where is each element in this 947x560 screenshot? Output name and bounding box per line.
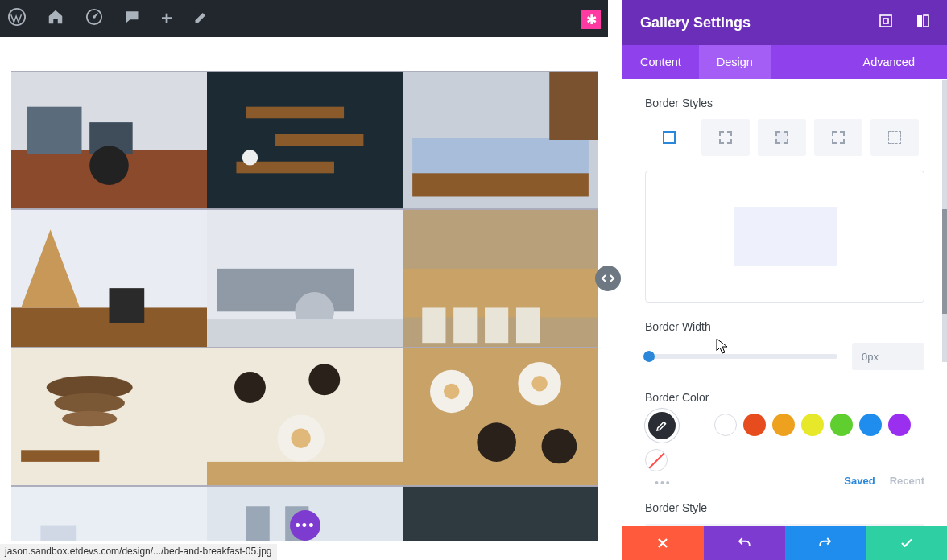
gallery-image[interactable] — [403, 71, 598, 209]
dashboard-icon[interactable] — [85, 8, 103, 30]
color-picker-swatch[interactable] — [645, 409, 679, 443]
swatch-none[interactable] — [645, 449, 668, 471]
gallery-image[interactable] — [207, 348, 403, 486]
svg-rect-56 — [883, 19, 888, 23]
editor-viewport: + ✱ ••• jason.sandbox.etdevs.com/design/… — [0, 0, 608, 560]
gallery-image[interactable] — [11, 348, 207, 486]
svg-point-45 — [531, 376, 547, 391]
svg-point-32 — [54, 393, 124, 413]
gallery-grid — [11, 71, 599, 541]
scrollbar-thumb[interactable] — [942, 209, 947, 314]
svg-rect-14 — [412, 138, 589, 178]
gallery-image[interactable] — [11, 209, 207, 348]
undo-button[interactable] — [704, 526, 785, 560]
svg-point-39 — [291, 429, 310, 448]
gallery-image[interactable] — [11, 486, 207, 541]
svg-rect-29 — [516, 307, 540, 343]
svg-point-36 — [234, 372, 266, 403]
label-border-styles: Border Styles — [645, 97, 924, 109]
panel-body: Border Styles Border Width 0px Border Co… — [622, 79, 947, 560]
svg-rect-23 — [207, 319, 403, 347]
swatch-purple[interactable] — [888, 414, 911, 436]
settings-panel: Gallery Settings Content Design Advanced… — [622, 0, 947, 560]
svg-rect-55 — [880, 15, 891, 27]
svg-rect-41 — [403, 348, 598, 485]
tab-advanced[interactable]: Advanced — [846, 45, 933, 79]
svg-rect-52 — [246, 506, 270, 541]
browser-status-bar: jason.sandbox.etdevs.com/design/.../bed-… — [0, 544, 277, 560]
gallery-image[interactable] — [11, 71, 207, 209]
svg-rect-5 — [27, 107, 81, 154]
gallery-image[interactable] — [403, 348, 598, 486]
svg-rect-9 — [246, 107, 345, 119]
swatch-white[interactable] — [714, 414, 737, 436]
svg-point-37 — [308, 364, 340, 395]
gallery-image[interactable] — [207, 209, 403, 348]
svg-rect-16 — [549, 72, 598, 140]
settings-footer — [622, 526, 947, 560]
swatch-green[interactable] — [830, 414, 853, 436]
swatch-row — [645, 414, 924, 471]
border-style-all[interactable] — [645, 119, 693, 156]
swatch-orange[interactable] — [772, 414, 795, 436]
gallery-image[interactable] — [403, 209, 598, 348]
wordpress-icon[interactable] — [8, 8, 26, 30]
svg-point-12 — [242, 150, 258, 165]
border-width-value[interactable]: 0px — [852, 343, 924, 370]
settings-tabs: Content Design Advanced — [622, 45, 947, 79]
svg-rect-27 — [453, 307, 477, 343]
panel-title: Gallery Settings — [640, 14, 751, 31]
svg-point-2 — [93, 15, 96, 19]
module-actions-fab[interactable]: ••• — [290, 510, 320, 541]
svg-point-46 — [477, 422, 516, 462]
palette-saved[interactable]: Saved — [844, 475, 875, 487]
svg-point-7 — [89, 146, 129, 185]
swatch-red[interactable] — [743, 414, 766, 436]
svg-point-47 — [542, 429, 577, 464]
border-preview-inner — [734, 207, 837, 266]
wp-admin-bar: + — [0, 0, 608, 37]
svg-point-33 — [62, 411, 117, 426]
home-icon[interactable] — [47, 8, 64, 30]
gallery-image[interactable] — [403, 486, 598, 541]
slider-thumb[interactable] — [643, 351, 655, 362]
label-border-width: Border Width — [645, 320, 924, 333]
border-styles-row — [645, 119, 924, 156]
svg-rect-57 — [917, 15, 922, 27]
border-style-bottom[interactable] — [814, 119, 862, 156]
swatch-blue[interactable] — [859, 414, 882, 436]
palette-recent[interactable]: Recent — [890, 475, 924, 487]
panel-header: Gallery Settings — [622, 0, 947, 45]
swatch-yellow[interactable] — [801, 414, 824, 436]
svg-rect-28 — [485, 307, 508, 343]
svg-rect-19 — [110, 288, 145, 323]
svg-rect-10 — [275, 134, 363, 146]
svg-rect-34 — [21, 450, 99, 462]
divi-badge-icon[interactable]: ✱ — [581, 10, 601, 29]
pencil-icon[interactable] — [193, 9, 209, 29]
svg-rect-54 — [403, 487, 598, 541]
comment-icon[interactable] — [124, 9, 140, 29]
expand-icon[interactable] — [879, 14, 892, 31]
panel-scrollbar[interactable] — [942, 80, 947, 362]
svg-rect-26 — [422, 307, 445, 343]
cancel-button[interactable] — [622, 526, 704, 560]
border-style-right[interactable] — [758, 119, 806, 156]
svg-point-43 — [444, 384, 459, 399]
gallery-image[interactable] — [207, 71, 403, 209]
redo-button[interactable] — [785, 526, 866, 560]
svg-rect-40 — [207, 462, 403, 485]
label-border-color: Border Color — [645, 391, 924, 404]
confirm-button[interactable] — [866, 526, 947, 560]
snap-icon[interactable] — [916, 14, 929, 31]
border-style-top[interactable] — [701, 119, 750, 156]
tab-design[interactable]: Design — [699, 45, 771, 79]
panel-resize-handle[interactable] — [595, 266, 621, 291]
border-width-slider[interactable] — [645, 354, 837, 359]
swatch-black[interactable] — [685, 414, 708, 436]
border-style-left[interactable] — [870, 119, 919, 156]
svg-rect-15 — [412, 173, 589, 196]
svg-rect-50 — [40, 526, 76, 541]
tab-content[interactable]: Content — [622, 45, 699, 79]
plus-icon[interactable]: + — [161, 7, 172, 30]
